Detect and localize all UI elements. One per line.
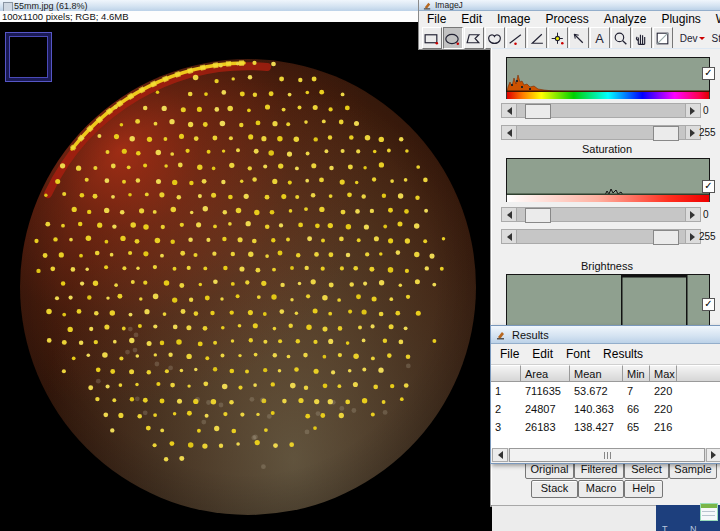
results-menu-edit[interactable]: Edit: [532, 347, 553, 364]
saturation-min-scrollbar[interactable]: [501, 207, 701, 222]
cell-rownum: 3: [491, 418, 521, 436]
background-window-fragment: [492, 505, 656, 531]
imagej-menubar: File Edit Image Process Analyze Plugins …: [419, 11, 720, 26]
table-row[interactable]: 2 24807 140.363 66 220: [491, 400, 720, 418]
spreadsheet-icon[interactable]: [700, 503, 718, 521]
hue-max-thumb[interactable]: [653, 126, 679, 141]
saturation-histogram: [506, 158, 710, 196]
hue-pass-checkbox[interactable]: ✓: [702, 67, 715, 80]
col-rownum[interactable]: [491, 365, 521, 382]
imagej-toolbar: A Dev St: [419, 26, 720, 49]
colony-dots: [20, 59, 476, 515]
image-canvas[interactable]: [0, 22, 492, 531]
cell-area: 24807: [521, 400, 570, 418]
col-area[interactable]: Area: [521, 365, 570, 382]
hue-min-thumb[interactable]: [525, 104, 551, 119]
hscroll-left-arrow-icon[interactable]: [492, 448, 508, 462]
desktop-icon-label-fragment: N: [690, 524, 697, 531]
desktop-corner: T N: [492, 505, 720, 531]
hue-min-right-arrow-icon[interactable]: [685, 103, 701, 118]
svg-text:A: A: [596, 31, 605, 46]
sat-min-right-arrow-icon[interactable]: [685, 207, 701, 222]
imagej-window-title: ImageJ: [435, 0, 463, 10]
hue-min-left-arrow-icon[interactable]: [501, 103, 517, 118]
desktop-background: T N: [656, 505, 720, 531]
imagej-main-window: ImageJ File Edit Image Process Analyze P…: [418, 0, 720, 50]
cell-rownum: 2: [491, 400, 521, 418]
menu-window[interactable]: Window: [716, 12, 720, 26]
hue-max-scrollbar[interactable]: [501, 125, 701, 140]
stk-menu-label: St: [712, 33, 720, 44]
col-min[interactable]: Min: [623, 365, 650, 382]
dev-caret-icon: [699, 37, 705, 43]
hue-gradient-strip: [506, 92, 710, 99]
hue-min-scrollbar[interactable]: [501, 103, 701, 118]
results-menu-font[interactable]: Font: [566, 347, 590, 364]
line-tool-button[interactable]: [506, 27, 526, 49]
sat-max-thumb[interactable]: [653, 230, 679, 245]
polygon-tool-button[interactable]: [464, 27, 484, 49]
desktop-icon-label-fragment: T: [662, 524, 668, 531]
results-titlebar[interactable]: Results: [491, 326, 720, 344]
results-menu-file[interactable]: File: [500, 347, 519, 364]
menu-file[interactable]: File: [427, 12, 446, 26]
table-row[interactable]: 3 26183 138.427 65 216: [491, 418, 720, 436]
cell-mean: 53.672: [570, 382, 623, 400]
macro-button[interactable]: Macro: [578, 480, 624, 498]
help-button[interactable]: Help: [624, 480, 663, 498]
results-table-body: 1 711635 53.672 7 220 2 24807 140.363 66…: [491, 382, 720, 449]
wand-tool-button[interactable]: [569, 27, 589, 49]
angle-tool-button[interactable]: [527, 27, 547, 49]
hue-max-left-arrow-icon[interactable]: [501, 125, 517, 140]
dev-menu-label: Dev: [680, 33, 698, 44]
results-window-title: Results: [512, 329, 549, 341]
sat-min-thumb[interactable]: [525, 208, 551, 223]
cell-min: 66: [623, 400, 650, 418]
menu-analyze[interactable]: Analyze: [604, 12, 647, 26]
text-tool-button[interactable]: A: [590, 27, 610, 49]
cell-min: 65: [623, 418, 650, 436]
cell-min: 7: [623, 382, 650, 400]
cell-mean: 138.427: [570, 418, 623, 436]
imagej-app-icon: [423, 1, 432, 10]
col-mean[interactable]: Mean: [570, 365, 623, 382]
brightness-label: Brightness: [506, 260, 708, 272]
screen: 55mm.jpg (61.8%) 100x1100 pixels; RGB; 4…: [0, 0, 720, 531]
cell-area: 26183: [521, 418, 570, 436]
spreadsheet-icon-header: [701, 504, 717, 508]
cell-max: 220: [650, 382, 677, 400]
menu-process[interactable]: Process: [545, 12, 588, 26]
cell-area: 711635: [521, 382, 570, 400]
results-app-icon: [496, 330, 506, 340]
rectangle-tool-button[interactable]: [422, 27, 442, 49]
color-picker-tool-button[interactable]: [653, 27, 673, 49]
dev-menu-tool[interactable]: Dev: [680, 33, 705, 44]
cell-rownum: 1: [491, 382, 521, 400]
stk-menu-tool[interactable]: St: [712, 33, 720, 44]
results-menubar: File Edit Font Results: [491, 344, 720, 365]
cell-max: 216: [650, 418, 677, 436]
results-horizontal-scrollbar[interactable]: [492, 448, 720, 462]
sat-min-left-arrow-icon[interactable]: [501, 207, 517, 222]
col-max[interactable]: Max: [650, 365, 677, 382]
hscroll-right-arrow-icon[interactable]: [706, 448, 720, 462]
brightness-pass-checkbox[interactable]: ✓: [702, 298, 715, 311]
hscroll-thumb[interactable]: [509, 448, 705, 462]
point-tool-button[interactable]: [548, 27, 568, 49]
saturation-label: Saturation: [506, 143, 708, 155]
saturation-max-scrollbar[interactable]: [501, 229, 701, 244]
sat-max-left-arrow-icon[interactable]: [501, 229, 517, 244]
stack-button[interactable]: Stack: [531, 480, 578, 498]
imagej-titlebar[interactable]: ImageJ: [419, 0, 720, 11]
menu-plugins[interactable]: Plugins: [661, 12, 700, 26]
results-menu-results[interactable]: Results: [603, 347, 643, 364]
hand-tool-button[interactable]: [632, 27, 652, 49]
menu-edit[interactable]: Edit: [461, 12, 482, 26]
menu-image[interactable]: Image: [497, 12, 530, 26]
hue-histogram: [506, 57, 710, 93]
freehand-tool-button[interactable]: [485, 27, 505, 49]
saturation-pass-checkbox[interactable]: ✓: [702, 180, 715, 193]
zoom-tool-button[interactable]: [611, 27, 631, 49]
table-row[interactable]: 1 711635 53.672 7 220: [491, 382, 720, 400]
oval-tool-button[interactable]: [443, 27, 463, 49]
